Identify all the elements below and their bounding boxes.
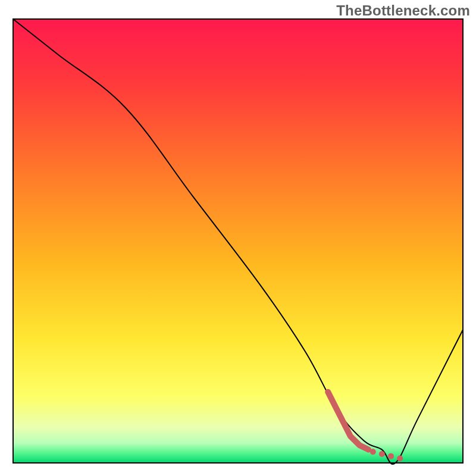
accent-dot xyxy=(379,451,385,457)
chart-root: TheBottleneck.com xyxy=(0,0,476,476)
bottleneck-chart xyxy=(0,0,476,476)
accent-dot xyxy=(388,453,394,459)
plot-background xyxy=(13,19,463,463)
accent-dot xyxy=(397,456,403,462)
accent-dot xyxy=(370,449,376,455)
